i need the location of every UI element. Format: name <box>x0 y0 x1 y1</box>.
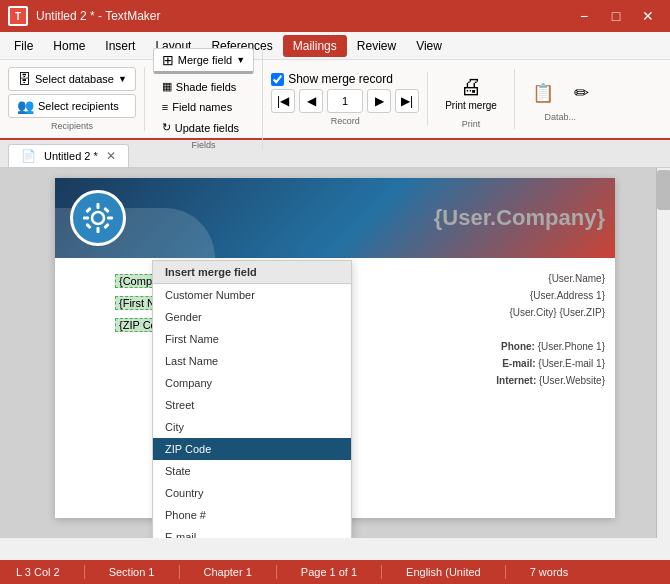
sep5 <box>505 565 506 579</box>
prev-record-button[interactable]: ◀ <box>299 89 323 113</box>
address-block-right: {User.Name} {User.Address 1} {User.City}… <box>496 270 605 389</box>
doc-logo <box>70 190 126 246</box>
dropdown-item-last-name[interactable]: Last Name <box>153 350 351 372</box>
sep2 <box>179 565 180 579</box>
dropdown-item-zip-code[interactable]: ZIP Code <box>153 438 351 460</box>
dropdown-item-company[interactable]: Company <box>153 372 351 394</box>
document-tab[interactable]: 📄 Untitled 2 * ✕ <box>8 144 129 167</box>
tab-title: Untitled 2 * <box>44 150 98 162</box>
datab-group-label: Datab... <box>545 112 577 122</box>
user-name-field: {User.Name} <box>496 270 605 287</box>
chapter-info: Chapter 1 <box>196 566 260 578</box>
maximize-button[interactable]: □ <box>602 6 630 26</box>
title-bar: T Untitled 2 * - TextMaker − □ ✕ <box>0 0 670 32</box>
user-email-field: E-mail: {User.E-mail 1} <box>496 355 605 372</box>
update-icon: ↻ <box>162 121 171 134</box>
print-merge-button[interactable]: 🖨 Print merge <box>436 69 506 116</box>
show-merge-record-label: Show merge record <box>288 72 393 86</box>
fields-group: ⊞ Merge field ▼ ▦ Shade fields ≡ Field n… <box>153 48 263 150</box>
dropdown-item-country[interactable]: Country <box>153 482 351 504</box>
field-names-icon: ≡ <box>162 101 168 113</box>
ribbon: 🗄 Select database ▼ 👥 Select recipients … <box>0 60 670 140</box>
canvas-area: {User.Company} {Company} {First Name} {L… <box>0 168 670 538</box>
logo-circle <box>70 190 126 246</box>
menu-home[interactable]: Home <box>43 35 95 57</box>
dropdown-item-customer-number[interactable]: Customer Number <box>153 284 351 306</box>
menu-mailings[interactable]: Mailings <box>283 35 347 57</box>
shade-icon: ▦ <box>162 80 172 93</box>
menu-bar: File Home Insert Layout References Maili… <box>0 32 670 60</box>
select-database-button[interactable]: 🗄 Select database ▼ <box>8 67 136 91</box>
gear-icon <box>82 202 114 234</box>
merge-field-button[interactable]: ⊞ Merge field ▼ <box>153 48 254 74</box>
close-button[interactable]: ✕ <box>634 6 662 26</box>
dropdown-item-gender[interactable]: Gender <box>153 306 351 328</box>
dropdown-item-street[interactable]: Street <box>153 394 351 416</box>
user-city-field: {User.City} {User.ZIP} <box>496 304 605 321</box>
status-bar: L 3 Col 2 Section 1 Chapter 1 Page 1 of … <box>0 560 670 584</box>
print-group: 🖨 Print merge Print <box>436 69 515 129</box>
section-info: Section 1 <box>101 566 163 578</box>
shade-fields-button[interactable]: ▦ Shade fields <box>153 77 254 96</box>
menu-file[interactable]: File <box>4 35 43 57</box>
user-phone-field: Phone: {User.Phone 1} <box>496 338 605 355</box>
doc-header: {User.Company} <box>55 178 615 258</box>
menu-insert[interactable]: Insert <box>95 35 145 57</box>
last-record-button[interactable]: ▶| <box>395 89 419 113</box>
record-navigation: |◀ ◀ ▶ ▶| <box>271 89 419 113</box>
word-count: 7 words <box>522 566 577 578</box>
scrollbar-v[interactable] <box>656 168 670 538</box>
svg-rect-2 <box>97 227 100 233</box>
doc-icon: 📄 <box>21 149 36 163</box>
svg-rect-7 <box>85 223 91 229</box>
datab-btn2[interactable]: ✏ <box>565 77 598 109</box>
print-icon: 🖨 <box>460 74 482 100</box>
field-names-button[interactable]: ≡ Field names <box>153 98 254 116</box>
fields-group-label: Fields <box>153 140 254 150</box>
recipients-group: 🗄 Select database ▼ 👥 Select recipients … <box>8 67 145 131</box>
svg-rect-4 <box>107 217 113 220</box>
menu-review[interactable]: Review <box>347 35 406 57</box>
sep3 <box>276 565 277 579</box>
svg-rect-8 <box>103 207 109 213</box>
recipients-icon: 👥 <box>17 98 34 114</box>
svg-point-0 <box>92 212 104 224</box>
dropdown-header: Insert merge field <box>153 261 351 284</box>
dropdown-item-email[interactable]: E-mail <box>153 526 351 538</box>
cursor-position: L 3 Col 2 <box>8 566 68 578</box>
page-info: Page 1 of 1 <box>293 566 365 578</box>
record-number-input[interactable] <box>327 89 363 113</box>
app-icon: T <box>8 6 28 26</box>
window-title: Untitled 2 * - TextMaker <box>36 9 570 23</box>
select-recipients-button[interactable]: 👥 Select recipients <box>8 94 136 118</box>
dropdown-item-first-name[interactable]: First Name <box>153 328 351 350</box>
merge-field-dropdown: Insert merge field Customer Number Gende… <box>152 260 352 538</box>
dropdown-item-city[interactable]: City <box>153 416 351 438</box>
user-address-field: {User.Address 1} <box>496 287 605 304</box>
record-group: Show merge record |◀ ◀ ▶ ▶| Record <box>271 72 428 126</box>
record-group-label: Record <box>271 116 419 126</box>
update-fields-button[interactable]: ↻ Update fields <box>153 118 254 137</box>
svg-rect-6 <box>103 223 109 229</box>
sep1 <box>84 565 85 579</box>
spacer <box>496 321 605 338</box>
minimize-button[interactable]: − <box>570 6 598 26</box>
svg-rect-5 <box>85 207 91 213</box>
scrollbar-thumb[interactable] <box>657 170 670 210</box>
show-merge-record-checkbox[interactable] <box>271 73 284 86</box>
merge-field-icon: ⊞ <box>162 52 174 68</box>
dropdown-item-phone[interactable]: Phone # <box>153 504 351 526</box>
next-record-button[interactable]: ▶ <box>367 89 391 113</box>
tab-close-button[interactable]: ✕ <box>106 149 116 163</box>
user-website-field: Internet: {User.Website} <box>496 372 605 389</box>
print-group-label: Print <box>462 119 481 129</box>
window-controls: − □ ✕ <box>570 6 662 26</box>
datab-group: 📋 ✏ Datab... <box>523 77 598 122</box>
datab-btn1[interactable]: 📋 <box>523 77 563 109</box>
sep4 <box>381 565 382 579</box>
svg-rect-3 <box>83 217 89 220</box>
menu-view[interactable]: View <box>406 35 452 57</box>
database-icon: 🗄 <box>17 71 31 87</box>
dropdown-item-state[interactable]: State <box>153 460 351 482</box>
first-record-button[interactable]: |◀ <box>271 89 295 113</box>
